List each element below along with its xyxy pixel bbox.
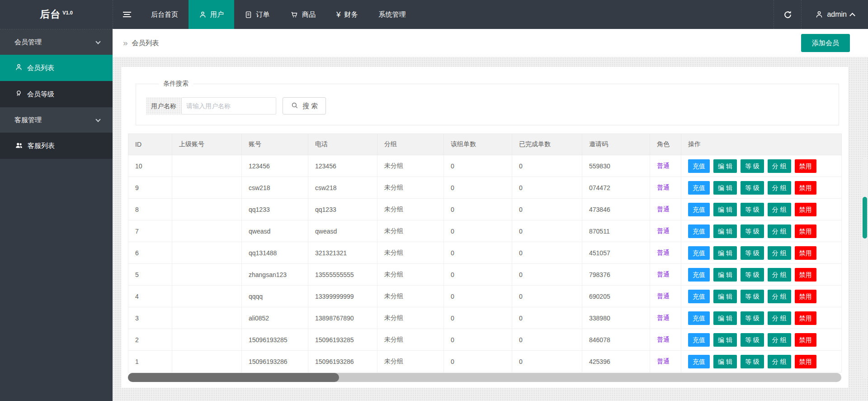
cell-phone: 123456 [308, 155, 377, 177]
nav-item-home[interactable]: 后台首页 [141, 0, 189, 29]
search-button-label: 搜 索 [302, 102, 318, 110]
cell-parent [172, 177, 242, 199]
edit-button[interactable]: 编 辑 [713, 268, 737, 282]
group-button[interactable]: 分 组 [768, 181, 791, 195]
cell-invite_code: 451057 [582, 242, 650, 264]
column-header-5: 分组 [377, 134, 444, 155]
disable-button[interactable]: 禁用 [795, 311, 816, 325]
group-button[interactable]: 分 组 [768, 333, 791, 347]
cell-role: 普通 [650, 264, 681, 286]
column-header-10: 操作 [681, 134, 842, 155]
grade-button[interactable]: 等 级 [741, 181, 764, 195]
grade-button[interactable]: 等 级 [741, 311, 764, 325]
cell-parent [172, 155, 242, 177]
grade-button[interactable]: 等 级 [741, 333, 764, 347]
grade-button[interactable]: 等 级 [741, 159, 764, 173]
edit-button[interactable]: 编 辑 [713, 333, 737, 347]
sidebar-item-member-list[interactable]: 会员列表 [0, 55, 113, 81]
app-logo[interactable]: 后台 V1.0 [0, 0, 113, 29]
admin-username: admin [827, 10, 847, 19]
nav-item-users[interactable]: 用户 [189, 0, 234, 29]
nav-item-finance[interactable]: ¥ 财务 [326, 0, 368, 29]
sidebar-group-member-management[interactable]: 会员管理 [0, 29, 113, 55]
disable-button[interactable]: 禁用 [795, 333, 816, 347]
recharge-button[interactable]: 充值 [688, 246, 710, 260]
grade-button[interactable]: 等 级 [741, 268, 764, 282]
recharge-button[interactable]: 充值 [688, 311, 710, 325]
cell-account: qqqq [242, 286, 308, 307]
edit-button[interactable]: 编 辑 [713, 203, 737, 216]
refresh-icon[interactable] [774, 0, 802, 29]
recharge-button[interactable]: 充值 [688, 203, 710, 216]
navbar-right: admin [774, 0, 868, 29]
disable-button[interactable]: 禁用 [795, 355, 816, 368]
recharge-button[interactable]: 充值 [688, 181, 710, 195]
search-button[interactable]: 搜 索 [283, 97, 326, 115]
cell-parent [172, 351, 242, 372]
table-row: 21509619328515096193285未分组00846078普通充值编 … [128, 329, 842, 351]
cell-group_orders: 0 [444, 242, 512, 264]
column-header-8: 邀请码 [582, 134, 650, 155]
recharge-button[interactable]: 充值 [688, 355, 710, 368]
horizontal-scrollbar-thumb[interactable] [128, 373, 339, 382]
grade-button[interactable]: 等 级 [741, 290, 764, 303]
nav-item-goods[interactable]: 商品 [280, 0, 326, 29]
cell-completed_orders: 0 [512, 307, 582, 329]
disable-button[interactable]: 禁用 [795, 246, 816, 260]
grade-button[interactable]: 等 级 [741, 224, 764, 238]
menu-toggle-icon[interactable] [113, 0, 141, 29]
group-button[interactable]: 分 组 [768, 355, 791, 368]
table-row: 7qweasdqweasd未分组00870511普通充值编 辑等 级分 组禁用 [128, 220, 842, 242]
disable-button[interactable]: 禁用 [795, 203, 816, 216]
nav-item-orders[interactable]: 订单 [234, 0, 280, 29]
group-button[interactable]: 分 组 [768, 159, 791, 173]
vertical-scrollbar-thumb[interactable] [863, 197, 867, 239]
nav-item-system[interactable]: 系统管理 [368, 0, 416, 29]
horizontal-scrollbar[interactable] [128, 373, 841, 382]
group-button[interactable]: 分 组 [768, 268, 791, 282]
role-badge: 普通 [657, 205, 670, 213]
group-button[interactable]: 分 组 [768, 246, 791, 260]
edit-button[interactable]: 编 辑 [713, 181, 737, 195]
cell-id: 8 [128, 199, 172, 220]
edit-button[interactable]: 编 辑 [713, 355, 737, 368]
group-button[interactable]: 分 组 [768, 224, 791, 238]
recharge-button[interactable]: 充值 [688, 159, 710, 173]
cell-group_orders: 0 [444, 329, 512, 351]
order-icon [245, 11, 252, 19]
group-button[interactable]: 分 组 [768, 311, 791, 325]
disable-button[interactable]: 禁用 [795, 290, 816, 303]
table-row: 6qq131488321321321未分组00451057普通充值编 辑等 级分… [128, 242, 842, 264]
sidebar-item-member-grade[interactable]: 会员等级 [0, 81, 113, 107]
disable-button[interactable]: 禁用 [795, 181, 816, 195]
recharge-button[interactable]: 充值 [688, 268, 710, 282]
recharge-button[interactable]: 充值 [688, 290, 710, 303]
edit-button[interactable]: 编 辑 [713, 159, 737, 173]
vertical-scrollbar[interactable] [862, 158, 868, 378]
edit-button[interactable]: 编 辑 [713, 224, 737, 238]
group-button[interactable]: 分 组 [768, 203, 791, 216]
role-badge: 普通 [657, 336, 670, 343]
grade-button[interactable]: 等 级 [741, 355, 764, 368]
cell-account: qweasd [242, 220, 308, 242]
edit-button[interactable]: 编 辑 [713, 246, 737, 260]
disable-button[interactable]: 禁用 [795, 224, 816, 238]
disable-button[interactable]: 禁用 [795, 268, 816, 282]
cell-completed_orders: 0 [512, 264, 582, 286]
cell-actions: 充值编 辑等 级分 组禁用 [681, 307, 842, 329]
disable-button[interactable]: 禁用 [795, 159, 816, 173]
username-input[interactable] [181, 97, 276, 115]
group-button[interactable]: 分 组 [768, 290, 791, 303]
sidebar-item-service-list[interactable]: 客服列表 [0, 133, 113, 159]
add-member-button[interactable]: 添加会员 [801, 34, 850, 52]
grade-button[interactable]: 等 级 [741, 246, 764, 260]
recharge-button[interactable]: 充值 [688, 333, 710, 347]
edit-button[interactable]: 编 辑 [713, 311, 737, 325]
sidebar-group-service-management[interactable]: 客服管理 [0, 107, 113, 133]
recharge-button[interactable]: 充值 [688, 224, 710, 238]
cell-group_orders: 0 [444, 286, 512, 307]
cell-parent [172, 286, 242, 307]
grade-button[interactable]: 等 级 [741, 203, 764, 216]
edit-button[interactable]: 编 辑 [713, 290, 737, 303]
admin-dropdown[interactable]: admin [802, 0, 868, 29]
